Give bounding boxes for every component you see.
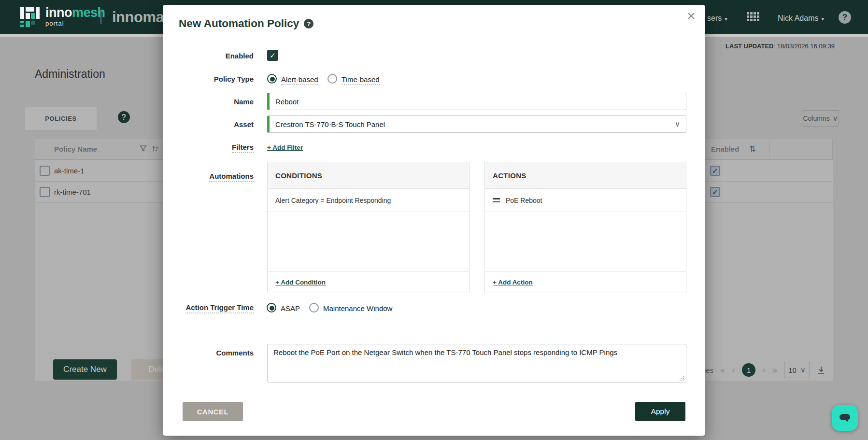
name-label: Name [163, 98, 254, 106]
last-page-button[interactable]: » [772, 365, 777, 375]
columns-button-label: Columns [803, 114, 829, 122]
logo-icon [19, 6, 41, 28]
last-updated: LAST UPDATED: 18/03/2026 16:09:39 [726, 43, 835, 50]
page-title: Administration [35, 68, 105, 81]
apply-button[interactable]: Apply [635, 402, 685, 421]
new-automation-policy-modal: × New Automation Policy ? Enabled ✓ Poli… [163, 5, 705, 436]
radio-maintenance-window[interactable] [309, 303, 319, 312]
column-divider [769, 139, 769, 160]
asset-select-value: Crestron TS-770-B-S Touch Panel [275, 120, 385, 128]
radio-alert-based[interactable] [267, 74, 277, 84]
caret-down-icon: ▾ [725, 16, 727, 22]
conditions-panel: CONDITIONS Alert Category = Endpoint Res… [267, 162, 470, 293]
drag-handle-icon[interactable] [493, 198, 500, 202]
header-divider: | [99, 8, 103, 24]
entries-text-fragment: ies [704, 366, 713, 374]
add-condition-link[interactable]: + Add Condition [275, 279, 326, 286]
asset-select[interactable]: Crestron TS-770-B-S Touch Panel ∨ [267, 115, 686, 133]
chat-bubble-icon [838, 411, 852, 425]
radio-time-based-label[interactable]: Time-based [342, 75, 380, 85]
chevron-down-icon: ∨ [800, 366, 806, 374]
page-size-select[interactable]: 10∨ [784, 362, 810, 378]
enabled-checkbox[interactable]: ✓ [710, 187, 720, 197]
policy-name-cell: rk-time-701 [54, 188, 91, 196]
download-icon[interactable] [817, 366, 825, 374]
add-filter-link[interactable]: + Add Filter [267, 144, 303, 151]
apps-grid-icon[interactable] [747, 12, 759, 21]
actions-header: ACTIONS [485, 162, 686, 189]
column-header-enabled[interactable]: Enabled [711, 145, 739, 153]
conditions-header: CONDITIONS [268, 162, 469, 189]
conditions-footer: + Add Condition [268, 271, 469, 293]
columns-button[interactable]: Columns∨ [802, 110, 839, 127]
comments-label: Comments [163, 349, 254, 357]
partial-app-name: innoma [112, 9, 164, 26]
screen: innomesh portal | innoma sers▾ Nick Adam… [0, 0, 868, 440]
close-icon[interactable]: × [687, 9, 696, 23]
sort-updown-icon[interactable]: ⇅ [749, 144, 756, 154]
column-header-policy-name[interactable]: Policy Name [54, 145, 97, 153]
logo-text-main: inno [45, 5, 72, 20]
condition-row[interactable]: Alert Category = Endpoint Responding [268, 189, 469, 212]
policy-type-label: Policy Type [163, 75, 254, 83]
radio-maintenance-window-label[interactable]: Maintenance Window [323, 304, 392, 312]
radio-asap-label[interactable]: ASAP [281, 304, 300, 312]
row-checkbox[interactable] [40, 166, 50, 176]
pagination: ies « ‹ 1 › » 10∨ [704, 361, 825, 379]
filter-funnel-icon[interactable] [139, 144, 147, 153]
radio-time-based[interactable] [327, 74, 337, 84]
sort-asc-icon[interactable] [151, 144, 159, 153]
policy-name-cell: ak-time-1 [54, 167, 85, 175]
tab-policies[interactable]: POLICIES [25, 107, 97, 130]
user-menu[interactable]: Nick Adams▾ [778, 14, 824, 23]
automations-label: Automations [209, 172, 254, 182]
cancel-button[interactable]: CANCEL [183, 402, 243, 421]
nav-item-partial[interactable]: sers▾ [707, 14, 727, 23]
last-updated-value: : 18/03/2026 16:09:39 [773, 43, 835, 50]
header-help-icon[interactable]: ? [839, 11, 851, 24]
create-new-button[interactable]: Create New [53, 359, 117, 380]
chat-widget-button[interactable] [832, 405, 858, 431]
logo[interactable]: innomesh portal [19, 6, 105, 28]
modal-title-text: New Automation Policy [179, 17, 299, 30]
enabled-checkbox[interactable]: ✓ [710, 166, 720, 176]
logo-text: innomesh portal [45, 6, 105, 27]
condition-text: Alert Category = Endpoint Responding [275, 197, 391, 204]
actions-panel: ACTIONS PoE Reboot + Add Action [484, 162, 686, 293]
action-text: PoE Reboot [506, 197, 542, 204]
trigger-time-label: Action Trigger Time [185, 303, 254, 313]
modal-title: New Automation Policy ? [179, 17, 313, 30]
actions-footer: + Add Action [485, 271, 686, 293]
chevron-down-icon: ∨ [675, 120, 680, 128]
add-action-link[interactable]: + Add Action [493, 279, 533, 286]
radio-asap[interactable] [267, 303, 276, 312]
modal-help-icon[interactable]: ? [304, 19, 313, 28]
last-updated-label: LAST UPDATED [726, 43, 773, 50]
asset-label: Asset [163, 120, 254, 128]
radio-alert-based-label[interactable]: Alert-based [281, 75, 318, 85]
first-page-button[interactable]: « [720, 365, 726, 375]
resize-grip-icon[interactable] [680, 376, 684, 381]
prev-page-button[interactable]: ‹ [732, 365, 735, 375]
logo-subtitle: portal [45, 20, 105, 27]
enabled-checkbox[interactable]: ✓ [267, 50, 278, 61]
next-page-button[interactable]: › [762, 365, 765, 375]
enabled-label: Enabled [163, 52, 254, 60]
filters-label: Filters [232, 143, 254, 153]
name-input[interactable] [267, 93, 686, 110]
caret-down-icon: ▾ [821, 16, 824, 22]
user-name: Nick Adams [778, 14, 818, 22]
action-row[interactable]: PoE Reboot [485, 189, 686, 212]
policy-name-header-icons [139, 144, 159, 153]
policies-help-icon[interactable]: ? [118, 111, 130, 123]
row-checkbox[interactable] [40, 187, 50, 197]
nav-item-partial-label: sers [707, 14, 722, 22]
column-divider [832, 139, 833, 160]
comments-textarea[interactable]: Reboot the PoE Port on the Netgear Switc… [267, 344, 686, 383]
page-size-value: 10 [788, 366, 797, 374]
chevron-down-icon: ∨ [833, 114, 838, 123]
current-page-badge[interactable]: 1 [742, 363, 755, 377]
